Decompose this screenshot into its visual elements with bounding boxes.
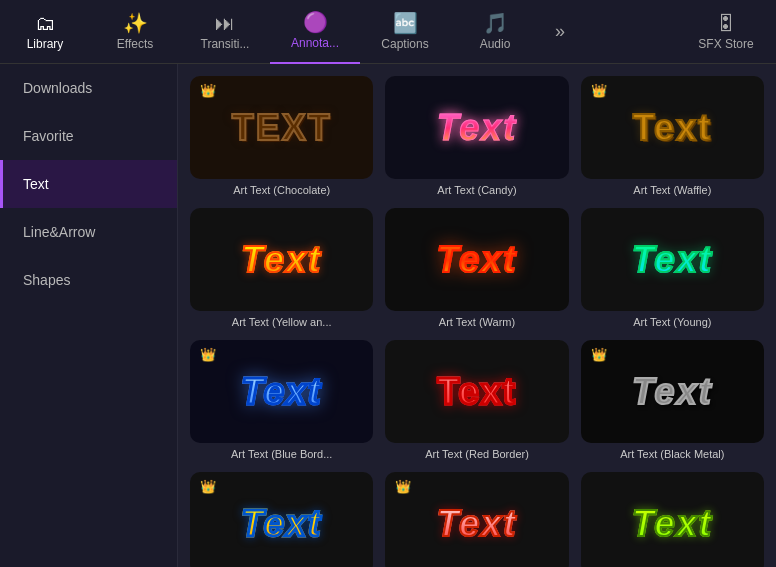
nav-effects-label: Effects xyxy=(117,37,153,51)
card-thumb-blueborder: 👑 Text xyxy=(190,340,373,443)
library-icon: 🗂 xyxy=(35,13,55,33)
nav-library-label: Library xyxy=(27,37,64,51)
nav-annotations[interactable]: 🟣 Annota... xyxy=(270,0,360,64)
top-nav: 🗂 Library ✨ Effects ⏭ Transiti... 🟣 Anno… xyxy=(0,0,776,64)
nav-captions[interactable]: 🔤 Captions xyxy=(360,0,450,64)
effects-icon: ✨ xyxy=(123,13,148,33)
nav-library[interactable]: 🗂 Library xyxy=(0,0,90,64)
card-redborder[interactable]: Text Art Text (Red Border) xyxy=(385,340,568,460)
crown-blueborder: 👑 xyxy=(200,347,216,362)
nav-captions-label: Captions xyxy=(381,37,428,51)
crown-chocolate: 👑 xyxy=(200,83,216,98)
card-label-blackmetal: Art Text (Black Metal) xyxy=(620,448,724,460)
transitions-icon: ⏭ xyxy=(215,13,235,33)
card-label-yellow: Art Text (Yellow an... xyxy=(232,316,332,328)
nav-transitions-label: Transiti... xyxy=(201,37,250,51)
card-label-redborder: Art Text (Red Border) xyxy=(425,448,529,460)
nav-audio-label: Audio xyxy=(480,37,511,51)
crown-row4b: 👑 xyxy=(395,479,411,494)
nav-transitions[interactable]: ⏭ Transiti... xyxy=(180,0,270,64)
card-row4c[interactable]: Text xyxy=(581,472,764,567)
card-blackmetal[interactable]: 👑 Text Art Text (Black Metal) xyxy=(581,340,764,460)
main-area: Downloads Favorite Text Line&Arrow Shape… xyxy=(0,64,776,567)
card-young[interactable]: Text Art Text (Young) xyxy=(581,208,764,328)
nav-annotations-label: Annota... xyxy=(291,36,339,50)
card-yellow[interactable]: Text Art Text (Yellow an... xyxy=(190,208,373,328)
card-thumb-young: Text xyxy=(581,208,764,311)
card-thumb-chocolate: 👑 TEXT xyxy=(190,76,373,179)
audio-icon: 🎵 xyxy=(483,13,508,33)
card-thumb-candy: Text xyxy=(385,76,568,179)
card-row4a[interactable]: 👑 Text xyxy=(190,472,373,567)
card-waffle[interactable]: 👑 Text Art Text (Waffle) xyxy=(581,76,764,196)
sidebar-item-downloads[interactable]: Downloads xyxy=(0,64,177,112)
nav-more-button[interactable]: » xyxy=(540,0,580,64)
card-row4b[interactable]: 👑 Text xyxy=(385,472,568,567)
sidebar: Downloads Favorite Text Line&Arrow Shape… xyxy=(0,64,178,567)
crown-blackmetal: 👑 xyxy=(591,347,607,362)
card-chocolate[interactable]: 👑 TEXT Art Text (Chocolate) xyxy=(190,76,373,196)
nav-effects[interactable]: ✨ Effects xyxy=(90,0,180,64)
card-grid: 👑 TEXT Art Text (Chocolate) Text Art Tex… xyxy=(190,76,764,567)
card-label-waffle: Art Text (Waffle) xyxy=(633,184,711,196)
card-thumb-waffle: 👑 Text xyxy=(581,76,764,179)
crown-row4a: 👑 xyxy=(200,479,216,494)
card-label-young: Art Text (Young) xyxy=(633,316,711,328)
card-thumb-row4a: 👑 Text xyxy=(190,472,373,567)
card-thumb-redborder: Text xyxy=(385,340,568,443)
card-candy[interactable]: Text Art Text (Candy) xyxy=(385,76,568,196)
content-area: 👑 TEXT Art Text (Chocolate) Text Art Tex… xyxy=(178,64,776,567)
sidebar-item-shapes[interactable]: Shapes xyxy=(0,256,177,304)
card-thumb-warm: Text xyxy=(385,208,568,311)
card-warm[interactable]: Text Art Text (Warm) xyxy=(385,208,568,328)
card-blueborder[interactable]: 👑 Text Art Text (Blue Bord... xyxy=(190,340,373,460)
sidebar-item-text[interactable]: Text xyxy=(0,160,177,208)
card-thumb-blackmetal: 👑 Text xyxy=(581,340,764,443)
card-thumb-row4c: Text xyxy=(581,472,764,567)
sidebar-item-linearrow[interactable]: Line&Arrow xyxy=(0,208,177,256)
card-label-chocolate: Art Text (Chocolate) xyxy=(233,184,330,196)
nav-audio[interactable]: 🎵 Audio xyxy=(450,0,540,64)
card-thumb-row4b: 👑 Text xyxy=(385,472,568,567)
card-label-candy: Art Text (Candy) xyxy=(437,184,516,196)
nav-sfxstore-label: SFX Store xyxy=(698,37,753,51)
card-label-blueborder: Art Text (Blue Bord... xyxy=(231,448,332,460)
sidebar-item-favorite[interactable]: Favorite xyxy=(0,112,177,160)
captions-icon: 🔤 xyxy=(393,13,418,33)
crown-waffle: 👑 xyxy=(591,83,607,98)
card-thumb-yellow: Text xyxy=(190,208,373,311)
card-label-warm: Art Text (Warm) xyxy=(439,316,515,328)
nav-sfxstore[interactable]: 🎛 SFX Store xyxy=(676,0,776,64)
annotations-icon: 🟣 xyxy=(303,12,328,32)
sfxstore-icon: 🎛 xyxy=(716,13,736,33)
